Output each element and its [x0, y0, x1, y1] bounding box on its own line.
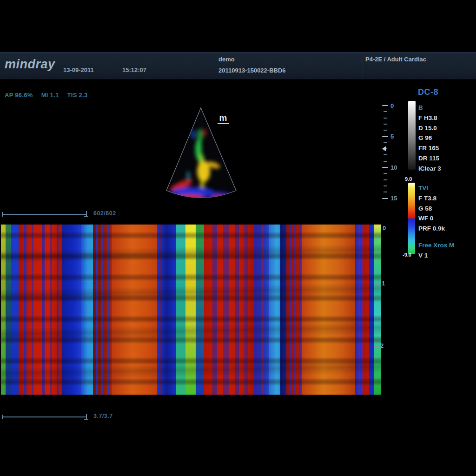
- ruler-tick: [383, 192, 387, 192]
- tvi-label: TVI: [418, 183, 445, 193]
- ruler-tick: [382, 167, 388, 168]
- sweep-time-counter: 3.7/3.7: [93, 413, 113, 419]
- bmode-gain: G 96: [418, 133, 441, 143]
- focus-position-marker[interactable]: [382, 146, 386, 152]
- mindray-logo: mindray: [5, 57, 55, 72]
- tvi-frequency: F T3.8: [418, 193, 445, 204]
- acoustic-status-line: AP 96.6% MI 1.1 TIS 2.3: [5, 92, 94, 99]
- ruler-tick: [383, 142, 387, 143]
- ruler-tick: [382, 136, 388, 137]
- cine-marker-foot: [84, 216, 88, 217]
- mmode-depth-tick-2: [374, 346, 379, 347]
- mmode-depth-tick-1: [376, 284, 380, 285]
- topbar-divider: [363, 54, 363, 77]
- sweep-marker-foot: [84, 419, 88, 420]
- tvi-color-bar: [408, 183, 415, 254]
- mmode-depth-2: 2: [380, 342, 383, 349]
- mmode-depth-0: 0: [383, 225, 386, 231]
- bmode-sector-image: [160, 106, 242, 205]
- bmode-framerate: FR 165: [418, 143, 441, 153]
- depth-label-10: 10: [390, 164, 397, 171]
- ruler-tick: [383, 185, 387, 186]
- topbar-divider: [215, 54, 215, 77]
- tis-value: TIS 2.3: [67, 92, 87, 99]
- ruler-tick: [382, 198, 388, 199]
- ruler-tick: [383, 111, 387, 112]
- tvi-scale-min: -9.0: [403, 252, 411, 258]
- depth-label-5: 5: [390, 133, 394, 140]
- ruler-tick: [383, 118, 387, 119]
- ruler-tick: [383, 179, 387, 180]
- probe-preset: P4-2E / Adult Cardiac: [365, 56, 426, 63]
- top-info-bar: mindray 13-09-2011 15:12:07 demo 2011091…: [0, 52, 476, 79]
- cine-progress-bar[interactable]: [2, 214, 86, 215]
- exam-id: 20110913-150022-BBD6: [218, 67, 286, 74]
- mi-value: MI 1.1: [41, 92, 59, 99]
- mline-marker-label: m: [218, 113, 229, 124]
- tvi-gain: G 58: [418, 204, 445, 214]
- bmode-params: B F H3.8 D 15.0 G 96 FR 165 DR 115 iClea…: [418, 103, 441, 174]
- free-xros-m-param: V 1: [418, 252, 428, 259]
- ruler-tick: [382, 105, 388, 106]
- bmode-iclear: iClear 3: [418, 164, 441, 174]
- ruler-tick: [383, 161, 387, 162]
- free-xros-m-label: Free Xros M: [418, 242, 454, 249]
- bmode-label: B: [418, 103, 441, 113]
- depth-ruler: 0 5 10 15: [381, 103, 405, 204]
- bmode-frequency: F H3.8: [418, 113, 441, 123]
- tvi-prf: PRF 0.9k: [418, 224, 445, 234]
- bmode-dynamicrange: DR 115: [418, 153, 441, 164]
- ruler-tick: [383, 130, 387, 131]
- tvi-scale-max: 9.0: [405, 176, 412, 182]
- cine-frame-counter: 602/602: [93, 210, 116, 217]
- system-model-label: DC-8: [418, 87, 438, 97]
- bmode-depth: D 15.0: [418, 123, 441, 133]
- ruler-tick: [383, 173, 387, 174]
- exam-time: 15:12:07: [122, 66, 146, 73]
- bmode-grayscale-bar: [408, 101, 416, 170]
- mmode-tvi-trace-image: [1, 225, 381, 395]
- exam-date: 13-09-2011: [63, 66, 94, 73]
- depth-label-0: 0: [390, 102, 394, 109]
- mmode-depth-1: 1: [382, 280, 385, 287]
- ultrasound-screen: mindray 13-09-2011 15:12:07 demo 2011091…: [0, 0, 476, 476]
- mmode-motion-texture: [1, 225, 381, 395]
- ruler-tick: [383, 154, 387, 155]
- sweep-time-bar[interactable]: [2, 416, 86, 417]
- patient-name: demo: [218, 56, 235, 63]
- tvi-params: TVI F T3.8 G 58 WF 0 PRF 0.9k: [418, 183, 445, 234]
- sector-svg: [160, 106, 242, 205]
- tvi-wallfilter: WF 0: [418, 213, 445, 224]
- acoustic-power-value: AP 96.6%: [5, 92, 33, 99]
- ruler-tick: [383, 124, 387, 125]
- depth-label-15: 15: [390, 195, 397, 202]
